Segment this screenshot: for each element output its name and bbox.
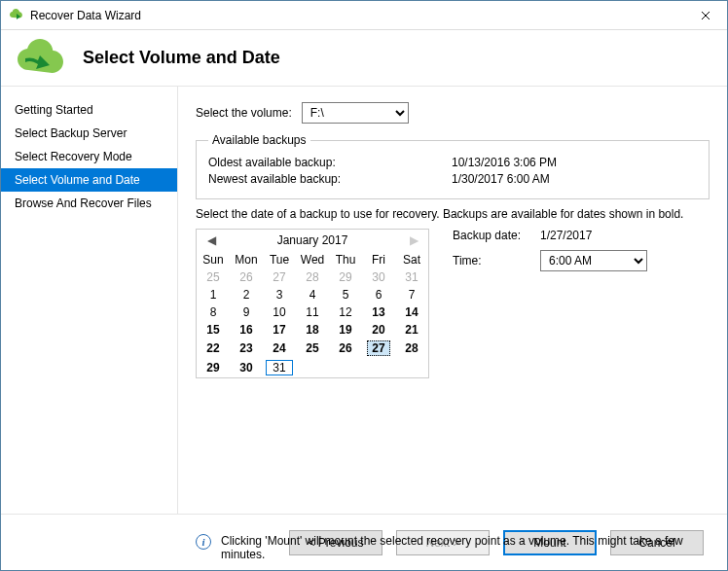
calendar-day: 28 bbox=[296, 268, 329, 286]
calendar[interactable]: ◀ January 2017 ▶ SunMonTueWedThuFriSat25… bbox=[196, 229, 429, 378]
calendar-day[interactable]: 1 bbox=[197, 286, 230, 303]
calendar-day: 25 bbox=[197, 268, 230, 286]
calendar-day[interactable]: 8 bbox=[197, 303, 230, 321]
calendar-day: 31 bbox=[395, 268, 428, 286]
calendar-day[interactable]: 15 bbox=[197, 321, 230, 339]
backup-date-value: 1/27/2017 bbox=[540, 229, 592, 242]
calendar-day[interactable]: 17 bbox=[263, 321, 296, 339]
calendar-day[interactable]: 23 bbox=[230, 339, 263, 358]
calendar-day bbox=[362, 358, 395, 377]
calendar-next-month: ▶ bbox=[403, 230, 424, 251]
calendar-day[interactable]: 12 bbox=[329, 303, 362, 321]
calendar-day[interactable]: 7 bbox=[395, 286, 428, 303]
calendar-dow: Thu bbox=[329, 251, 362, 268]
calendar-day[interactable]: 9 bbox=[230, 303, 263, 321]
cloud-arrow-icon bbox=[15, 39, 69, 78]
calendar-day: 26 bbox=[230, 268, 263, 286]
volume-select[interactable]: F:\ bbox=[302, 102, 409, 124]
calendar-day[interactable]: 5 bbox=[329, 286, 362, 303]
time-label: Time: bbox=[453, 254, 540, 268]
calendar-day[interactable]: 24 bbox=[263, 339, 296, 358]
wizard-step[interactable]: Browse And Recover Files bbox=[1, 192, 177, 215]
calendar-prev-month[interactable]: ◀ bbox=[200, 230, 222, 251]
oldest-backup-value: 10/13/2016 3:06 PM bbox=[452, 156, 557, 169]
time-select[interactable]: 6:00 AM bbox=[540, 250, 647, 271]
wizard-step[interactable]: Select Recovery Mode bbox=[1, 145, 177, 168]
app-icon bbox=[9, 8, 24, 23]
page-title: Select Volume and Date bbox=[83, 48, 280, 68]
calendar-day[interactable]: 21 bbox=[395, 321, 428, 339]
calendar-day bbox=[296, 358, 329, 377]
wizard-step[interactable]: Select Backup Server bbox=[1, 122, 177, 145]
info-text: Clicking 'Mount' will mount the selected… bbox=[221, 534, 690, 561]
calendar-day[interactable]: 3 bbox=[263, 286, 296, 303]
calendar-day[interactable]: 16 bbox=[230, 321, 263, 339]
calendar-dow: Tue bbox=[263, 251, 296, 268]
calendar-month-label: January 2017 bbox=[277, 233, 348, 247]
calendar-day[interactable]: 4 bbox=[296, 286, 329, 303]
calendar-day[interactable]: 10 bbox=[263, 303, 296, 321]
calendar-day[interactable]: 13 bbox=[362, 303, 395, 321]
calendar-day[interactable]: 20 bbox=[362, 321, 395, 339]
calendar-dow: Wed bbox=[296, 251, 329, 268]
calendar-day[interactable]: 2 bbox=[230, 286, 263, 303]
available-backups-group: Available backups Oldest available backu… bbox=[196, 133, 710, 199]
calendar-day[interactable]: 11 bbox=[296, 303, 329, 321]
calendar-day: 27 bbox=[263, 268, 296, 286]
calendar-day[interactable]: 29 bbox=[197, 358, 230, 377]
calendar-day[interactable]: 22 bbox=[197, 339, 230, 358]
backup-date-label: Backup date: bbox=[453, 229, 540, 242]
calendar-day[interactable]: 28 bbox=[395, 339, 428, 358]
calendar-day[interactable]: 19 bbox=[329, 321, 362, 339]
newest-backup-label: Newest available backup: bbox=[208, 172, 452, 186]
calendar-day bbox=[329, 358, 362, 377]
calendar-day[interactable]: 30 bbox=[230, 358, 263, 377]
calendar-day[interactable]: 25 bbox=[296, 339, 329, 358]
info-panel: i Clicking 'Mount' will mount the select… bbox=[196, 534, 710, 561]
calendar-dow: Sat bbox=[395, 251, 428, 268]
calendar-dow: Sun bbox=[197, 251, 230, 268]
wizard-step[interactable]: Getting Started bbox=[1, 98, 177, 122]
close-button[interactable] bbox=[683, 1, 727, 29]
wizard-steps-sidebar: Getting StartedSelect Backup ServerSelec… bbox=[1, 87, 178, 514]
wizard-content: Select the volume: F:\ Available backups… bbox=[178, 87, 727, 514]
calendar-day[interactable]: 6 bbox=[362, 286, 395, 303]
window-title: Recover Data Wizard bbox=[30, 9, 683, 22]
volume-label: Select the volume: bbox=[196, 106, 292, 120]
available-backups-legend: Available backups bbox=[208, 133, 310, 147]
calendar-day[interactable]: 26 bbox=[329, 339, 362, 358]
calendar-day[interactable]: 27 bbox=[362, 339, 395, 358]
calendar-day: 29 bbox=[329, 268, 362, 286]
newest-backup-value: 1/30/2017 6:00 AM bbox=[452, 172, 550, 186]
calendar-dow: Mon bbox=[230, 251, 263, 268]
calendar-dow: Fri bbox=[362, 251, 395, 268]
calendar-day[interactable]: 14 bbox=[395, 303, 428, 321]
calendar-day bbox=[395, 358, 428, 377]
dialog-window: Recover Data Wizard Select Volume and Da… bbox=[0, 0, 728, 571]
calendar-day: 30 bbox=[362, 268, 395, 286]
wizard-step[interactable]: Select Volume and Date bbox=[1, 168, 177, 192]
instruction-text: Select the date of a backup to use for r… bbox=[196, 207, 710, 221]
calendar-day[interactable]: 31 bbox=[263, 358, 296, 377]
titlebar: Recover Data Wizard bbox=[1, 1, 727, 30]
info-icon: i bbox=[196, 534, 211, 550]
calendar-day[interactable]: 18 bbox=[296, 321, 329, 339]
wizard-header: Select Volume and Date bbox=[1, 30, 727, 87]
oldest-backup-label: Oldest available backup: bbox=[208, 156, 452, 169]
